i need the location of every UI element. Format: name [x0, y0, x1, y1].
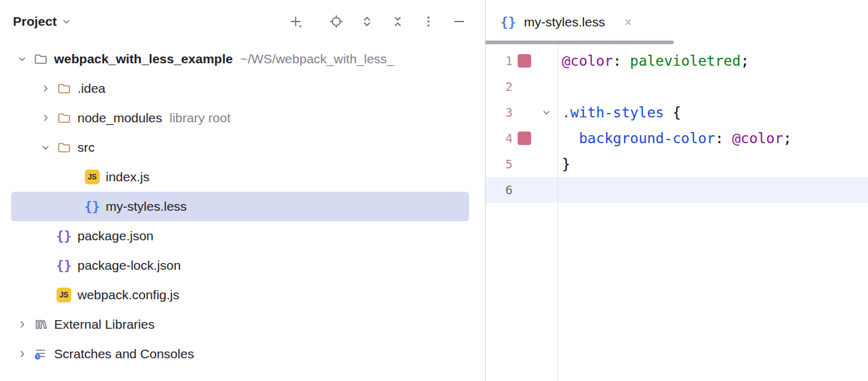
punctuation: ;	[783, 130, 792, 146]
tree-item-webpack-root[interactable]: webpack_with_less_example ~/WS/webpack_w…	[0, 44, 485, 74]
chevron-down-icon[interactable]	[11, 53, 33, 65]
less-file-icon: {}	[85, 199, 100, 214]
code-line-5: 5 }	[486, 151, 868, 177]
project-path: ~/WS/webpack_with_less_	[240, 52, 394, 66]
code-text[interactable]: }	[557, 156, 570, 172]
fold-chevron-down-icon[interactable]	[536, 106, 557, 119]
tree-item-src[interactable]: src	[0, 133, 485, 162]
less-file-icon: {}	[500, 16, 516, 29]
js-file-icon: JS	[85, 170, 100, 184]
add-button[interactable]	[285, 10, 307, 33]
css-property: background-color	[579, 130, 716, 146]
line-number: 3	[486, 105, 513, 120]
locate-file-button[interactable]	[325, 10, 347, 33]
scratches-icon	[33, 347, 48, 361]
tree-item-label: webpack_with_less_example	[54, 52, 233, 66]
project-tool-window: Project	[0, 0, 486, 381]
tree-item-secondary-label: library root	[170, 111, 231, 125]
punctuation: {	[664, 104, 681, 120]
line-number: 4	[486, 131, 513, 146]
line-number: 1	[486, 53, 513, 68]
chevron-right-icon[interactable]	[11, 348, 33, 360]
tree-item-label: External Libraries	[54, 317, 154, 332]
code-line-3: 3 .with-styles {	[486, 100, 868, 125]
editor-area: {} my-styles.less 1 @color: palevioletre…	[486, 0, 868, 381]
code-line-1: 1 @color: palevioletred;	[486, 48, 868, 74]
json-file-icon: {}	[57, 258, 71, 273]
library-icon	[33, 317, 48, 332]
js-file-icon: JS	[57, 288, 71, 302]
tree-item-package-lock-json[interactable]: {} package-lock.json	[0, 251, 485, 280]
ide-window: Project	[0, 0, 868, 381]
gutter-cell	[513, 54, 536, 68]
collapse-all-button[interactable]	[387, 10, 409, 33]
folder-icon	[57, 140, 71, 155]
line-number: 5	[486, 157, 513, 171]
gutter-separator	[558, 44, 558, 381]
gutter-cell	[513, 132, 536, 145]
tree-item-label: Scratches and Consoles	[54, 347, 194, 361]
tab-label: my-styles.less	[524, 15, 605, 29]
project-panel-title: Project	[13, 14, 57, 29]
code-text[interactable]: .with-styles {	[557, 104, 681, 120]
tree-item-my-styles-less[interactable]: {} my-styles.less	[11, 192, 469, 221]
color-value: palevioletred	[630, 53, 741, 69]
project-panel-toolbar	[285, 10, 470, 33]
tree-item-label: package-lock.json	[77, 258, 181, 273]
punctuation: ;	[741, 53, 749, 69]
tree-item-label: src	[77, 140, 95, 155]
tree-item-scratches-and-consoles[interactable]: Scratches and Consoles	[0, 339, 485, 369]
chevron-down-icon	[60, 15, 73, 28]
tree-item-external-libraries[interactable]: External Libraries	[0, 310, 485, 339]
folder-icon	[57, 81, 71, 96]
tree-item-label: index.js	[106, 170, 149, 184]
css-selector: .with-styles	[562, 104, 664, 120]
close-icon[interactable]	[623, 17, 634, 28]
hide-panel-button[interactable]	[448, 10, 470, 33]
project-view-selector[interactable]: Project	[13, 14, 73, 29]
tree-item-label: .idea	[77, 81, 106, 96]
tree-item-package-json[interactable]: {} package.json	[0, 221, 485, 251]
tree-item-label: webpack.config.js	[77, 288, 180, 302]
more-options-button[interactable]	[417, 10, 440, 33]
editor-body: 1 @color: palevioletred; 2 3 .with-	[486, 44, 868, 381]
less-variable: @color	[562, 53, 613, 69]
chevron-right-icon[interactable]	[34, 82, 57, 95]
json-file-icon: {}	[57, 229, 71, 243]
chevron-down-icon[interactable]	[34, 141, 57, 154]
code-text[interactable]: @color: palevioletred;	[557, 53, 749, 69]
code-line-6-current: 6	[486, 177, 868, 203]
tree-item-label: node_modules	[77, 111, 162, 125]
editor-tab-bar: {} my-styles.less	[486, 0, 868, 44]
folder-icon	[33, 52, 48, 66]
color-preview-swatch[interactable]	[518, 54, 531, 68]
line-number: 2	[486, 79, 513, 94]
less-variable: @color	[732, 130, 783, 146]
chevron-right-icon[interactable]	[34, 112, 57, 124]
tree-item-node-modules[interactable]: node_modules library root	[0, 103, 485, 133]
project-panel-header: Project	[0, 0, 485, 43]
expand-all-button[interactable]	[356, 10, 378, 33]
punctuation: :	[715, 130, 732, 146]
tree-item-idea[interactable]: .idea	[0, 74, 485, 103]
code-text[interactable]: background-color: @color;	[557, 130, 792, 146]
punctuation: :	[613, 53, 630, 69]
tree-item-label: my-styles.less	[106, 199, 187, 214]
color-preview-swatch[interactable]	[518, 132, 531, 145]
tree-item-index-js[interactable]: JS index.js	[0, 162, 485, 192]
tree-item-webpack-config-js[interactable]: JS webpack.config.js	[0, 280, 485, 310]
punctuation: }	[562, 156, 570, 172]
editor-tab-my-styles-less[interactable]: {} my-styles.less	[500, 0, 634, 44]
code-line-4: 4 background-color: @color;	[486, 125, 868, 151]
code-line-2: 2	[486, 74, 868, 100]
tree-item-label: package.json	[77, 229, 154, 243]
project-tree: webpack_with_less_example ~/WS/webpack_w…	[0, 43, 485, 369]
folder-icon	[57, 111, 71, 125]
line-number: 6	[486, 183, 513, 197]
indent	[562, 130, 579, 146]
chevron-right-icon[interactable]	[11, 318, 33, 331]
